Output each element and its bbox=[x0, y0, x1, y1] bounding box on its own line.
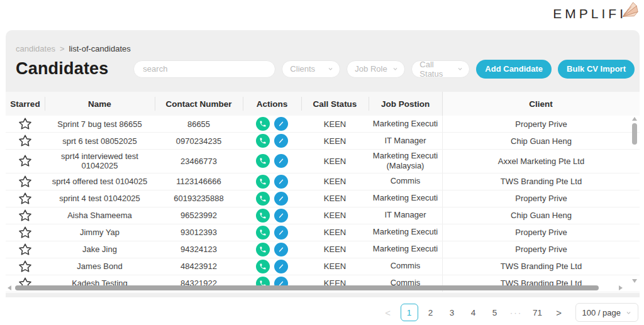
candidates-table: StarredNameContact NumberActionsCall Sta… bbox=[6, 92, 640, 293]
contact-number: 93012393 bbox=[155, 224, 243, 241]
filter-controls: Clients Job Role Call Status Add Candida… bbox=[133, 60, 635, 79]
edit-icon[interactable] bbox=[274, 243, 288, 256]
edit-icon[interactable] bbox=[274, 226, 288, 240]
next-page-button[interactable]: > bbox=[550, 304, 568, 321]
filter-dropdown-job-role[interactable]: Job Role bbox=[347, 60, 405, 78]
star-icon[interactable] bbox=[18, 243, 32, 256]
actions-cell bbox=[243, 174, 301, 190]
star-icon[interactable] bbox=[18, 192, 32, 206]
candidate-name[interactable]: Jake Jing bbox=[45, 241, 155, 258]
table-row: James Bond 48423912 KEEN Commis TWS Bran… bbox=[6, 258, 640, 275]
edit-icon[interactable] bbox=[274, 209, 288, 223]
page-button-1[interactable]: 1 bbox=[401, 304, 418, 321]
page-button-5[interactable]: 5 bbox=[486, 304, 504, 321]
table-header: StarredNameContact NumberActionsCall Sta… bbox=[6, 92, 640, 116]
filter-dropdown-call-status[interactable]: Call Status bbox=[411, 60, 470, 78]
candidate-name[interactable]: sprt 6 test 08052025 bbox=[45, 133, 155, 149]
call-icon[interactable] bbox=[256, 175, 270, 189]
page-button-4[interactable]: 4 bbox=[465, 304, 482, 321]
job-position: Marketing Executi (Malaysia) bbox=[369, 150, 442, 173]
edit-icon[interactable] bbox=[274, 117, 288, 131]
search-input[interactable] bbox=[133, 60, 275, 78]
brand-logo: EMPLIFI bbox=[553, 6, 636, 21]
actions-cell bbox=[243, 207, 301, 224]
star-icon[interactable] bbox=[18, 117, 32, 131]
contact-number: 0970234235 bbox=[155, 133, 243, 149]
actions-cell bbox=[243, 116, 301, 132]
contact-number: 1123146666 bbox=[155, 174, 243, 190]
star-cell bbox=[6, 224, 45, 241]
edit-icon[interactable] bbox=[274, 134, 288, 148]
breadcrumb-root[interactable]: candidates bbox=[16, 44, 55, 53]
scroll-right-icon[interactable] bbox=[619, 285, 623, 290]
horizontal-scrollbar[interactable] bbox=[8, 285, 638, 291]
actions-cell bbox=[243, 150, 301, 173]
edit-icon[interactable] bbox=[274, 175, 288, 189]
horizontal-scroll-thumb[interactable] bbox=[15, 285, 599, 290]
job-position: Marketing Executi bbox=[369, 116, 442, 132]
call-icon[interactable] bbox=[256, 154, 270, 168]
column-header-call-status: Call Status bbox=[301, 92, 369, 116]
call-icon[interactable] bbox=[256, 226, 270, 240]
page-button-71[interactable]: 71 bbox=[529, 304, 547, 321]
call-icon[interactable] bbox=[256, 192, 270, 206]
star-icon[interactable] bbox=[18, 175, 32, 189]
client: Chip Guan Heng bbox=[442, 207, 640, 224]
contact-number: 96523992 bbox=[155, 207, 243, 224]
add-candidate-button[interactable]: Add Candidate bbox=[476, 60, 552, 79]
call-icon[interactable] bbox=[256, 209, 270, 223]
column-header-name: Name bbox=[45, 92, 155, 116]
star-icon[interactable] bbox=[18, 260, 32, 273]
star-cell bbox=[6, 150, 45, 173]
page-size-select[interactable]: 100 / page bbox=[575, 303, 638, 322]
star-icon[interactable] bbox=[18, 226, 32, 240]
column-header-actions: Actions bbox=[243, 92, 301, 116]
breadcrumb: candidates > list-of-candidates bbox=[6, 44, 640, 53]
actions-cell bbox=[243, 190, 301, 207]
candidate-name[interactable]: Sprint 7 bug test 86655 bbox=[45, 116, 155, 132]
candidate-name[interactable]: sprt4 interviewed test 01042025 bbox=[45, 150, 155, 173]
call-icon[interactable] bbox=[256, 134, 270, 148]
breadcrumb-separator: > bbox=[60, 44, 65, 53]
call-icon[interactable] bbox=[256, 243, 270, 256]
contact-number: 60193235888 bbox=[155, 190, 243, 207]
candidate-name[interactable]: sprt4 offered test 0104025 bbox=[45, 174, 155, 190]
filter-dropdown-clients[interactable]: Clients bbox=[282, 60, 340, 78]
table-row: Jake Jing 94324123 KEEN Marketing Execut… bbox=[6, 241, 640, 258]
call-icon[interactable] bbox=[256, 117, 270, 131]
scroll-up-icon[interactable] bbox=[632, 117, 637, 121]
scroll-left-icon[interactable] bbox=[8, 285, 11, 290]
pagination: < 12345···71 > 100 / page bbox=[0, 299, 644, 325]
vertical-scroll-thumb[interactable] bbox=[632, 123, 637, 145]
chevron-down-icon bbox=[457, 66, 463, 72]
star-icon[interactable] bbox=[18, 154, 32, 168]
job-position: IT Manager bbox=[369, 133, 442, 149]
edit-icon[interactable] bbox=[274, 260, 288, 273]
candidate-name[interactable]: Aisha Shameema bbox=[45, 207, 155, 224]
bulk-cv-import-button[interactable]: Bulk CV Import bbox=[558, 60, 635, 79]
client: Chip Guan Heng bbox=[442, 133, 640, 149]
star-cell bbox=[6, 207, 45, 224]
shell-logo-icon bbox=[620, 1, 639, 19]
candidate-name[interactable]: James Bond bbox=[45, 258, 155, 275]
edit-icon[interactable] bbox=[274, 192, 288, 206]
table-row: sprt4 interviewed test 01042025 23466773… bbox=[6, 150, 640, 174]
edit-icon[interactable] bbox=[274, 154, 288, 168]
page-title: Candidates bbox=[16, 59, 109, 79]
page-button-2[interactable]: 2 bbox=[422, 304, 440, 321]
candidate-name[interactable]: Jimmy Yap bbox=[45, 224, 155, 241]
vertical-scrollbar[interactable] bbox=[631, 117, 638, 283]
scroll-down-icon[interactable] bbox=[632, 279, 637, 283]
actions-cell bbox=[243, 241, 301, 258]
filter-dropdowns: Clients Job Role Call Status bbox=[282, 60, 470, 78]
star-icon[interactable] bbox=[18, 209, 32, 223]
candidate-name[interactable]: sprint 4 test 01042025 bbox=[45, 190, 155, 207]
page-button-3[interactable]: 3 bbox=[443, 304, 461, 321]
star-icon[interactable] bbox=[18, 134, 32, 148]
breadcrumb-current: list-of-candidates bbox=[69, 44, 130, 53]
page-ellipsis: ··· bbox=[508, 304, 525, 321]
call-icon[interactable] bbox=[256, 260, 270, 273]
chevron-down-icon bbox=[392, 66, 398, 72]
prev-page-button[interactable]: < bbox=[379, 304, 397, 321]
client: Property Prive bbox=[442, 116, 640, 132]
